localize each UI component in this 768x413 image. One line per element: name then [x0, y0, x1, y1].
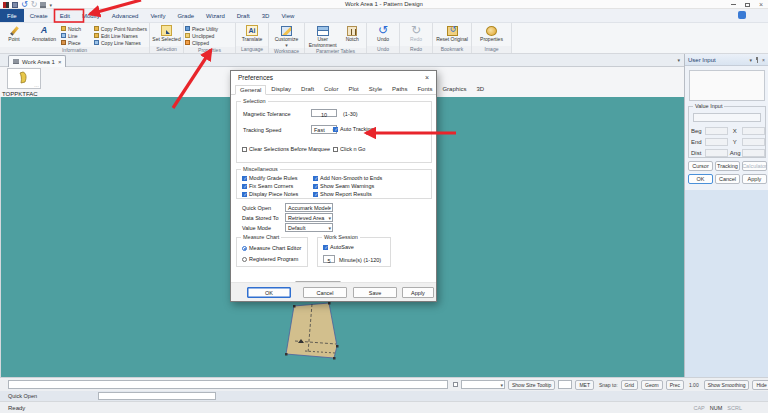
dialog-save-button[interactable]: Save	[353, 287, 397, 298]
y-field[interactable]	[742, 138, 765, 146]
tab-file[interactable]: File	[0, 9, 24, 22]
geom-button[interactable]: Geom	[641, 380, 663, 390]
tab-list-dropdown-icon[interactable]	[677, 57, 680, 63]
quick-open-input[interactable]	[98, 392, 216, 400]
end-field[interactable]	[705, 138, 728, 146]
piece-thumbnail[interactable]	[7, 68, 41, 89]
click-n-go-box[interactable]	[333, 147, 338, 152]
line-button[interactable]: Line	[68, 33, 92, 39]
tab-3d[interactable]: 3D	[256, 9, 276, 22]
registered-program-radio[interactable]: Registered Program	[242, 256, 298, 262]
met-button[interactable]: MET	[575, 380, 594, 390]
maximize-icon[interactable]	[745, 3, 750, 7]
data-stored-combo[interactable]: Retrieved Area	[285, 213, 333, 222]
dtab-graphics[interactable]: Graphics	[437, 84, 471, 94]
copy-point-numbers-button[interactable]: Copy Point Numbers	[101, 26, 147, 32]
reset-original-button[interactable]: Reset Original	[434, 24, 470, 46]
panel-apply-button[interactable]: Apply	[742, 174, 767, 184]
tracking-button[interactable]: Tracking	[715, 161, 740, 171]
tab-modify[interactable]: Modify	[76, 9, 106, 22]
dialog-cancel-button[interactable]: Cancel	[303, 287, 347, 298]
tab-edit[interactable]: Edit	[54, 9, 76, 22]
tab-create[interactable]: Create	[24, 9, 54, 22]
piece-button[interactable]: Piece	[68, 40, 92, 46]
show-smoothing-button[interactable]: Show Smoothing	[704, 380, 750, 390]
autosave-minutes-input[interactable]: 5	[323, 255, 335, 263]
panel-pin-icon[interactable]	[755, 57, 759, 63]
dialog-close-icon[interactable]	[425, 74, 429, 81]
show-seam-warnings-checkbox[interactable]: Show Seam Warnings	[313, 183, 374, 189]
tab-wizard[interactable]: Wizard	[200, 9, 231, 22]
show-report-results-checkbox[interactable]: Show Report Results	[313, 191, 372, 197]
display-piece-notes-checkbox[interactable]: Display Piece Notes	[242, 191, 298, 197]
cursor-button[interactable]: Cursor	[688, 161, 713, 171]
show-size-tooltip-button[interactable]: Show Size Tooltip	[508, 380, 555, 390]
piece-utility-button[interactable]: Piece Utility	[192, 26, 218, 32]
dtab-paths[interactable]: Paths	[387, 84, 412, 94]
tab-work-area-1[interactable]: Work Area 1	[8, 55, 66, 67]
toolbar-field[interactable]	[558, 380, 572, 389]
dist-field[interactable]	[705, 149, 728, 157]
magnetic-tolerance-input[interactable]: 10	[311, 109, 337, 117]
auto-tracking-box[interactable]	[333, 127, 338, 132]
add-non-smooth-checkbox[interactable]: Add Non-Smooth to Ends	[313, 175, 382, 181]
minimize-icon[interactable]	[731, 4, 736, 5]
tab-view[interactable]: View	[275, 9, 300, 22]
click-n-go-checkbox[interactable]: Click n Go	[333, 146, 365, 152]
beg-field[interactable]	[705, 127, 728, 135]
set-selected-button[interactable]: Set Selected	[151, 24, 182, 46]
undo-button[interactable]: Undo	[368, 24, 398, 46]
fix-seam-corners-checkbox[interactable]: Fix Seam Corners	[242, 183, 293, 189]
value-input-field[interactable]	[693, 113, 761, 122]
prec-button[interactable]: Prec	[666, 380, 684, 390]
toolbar-checkbox[interactable]	[453, 382, 458, 387]
point-button[interactable]: Point	[1, 24, 27, 47]
user-input-list[interactable]	[689, 70, 765, 101]
panel-ok-button[interactable]: OK	[688, 174, 713, 184]
dtab-color[interactable]: Color	[319, 84, 343, 94]
ribbon-options-icon[interactable]	[738, 11, 746, 19]
tab-advanced[interactable]: Advanced	[106, 9, 145, 22]
measure-chart-editor-radio[interactable]: Measure Chart Editor	[242, 245, 301, 251]
notch-table-button[interactable]: Notch	[339, 24, 365, 48]
dtab-fonts[interactable]: Fonts	[412, 84, 437, 94]
panel-dropdown-icon[interactable]	[750, 57, 753, 63]
tab-close-icon[interactable]	[58, 59, 62, 65]
panel-close-icon[interactable]	[762, 57, 765, 63]
qat-dropdown-icon[interactable]	[49, 2, 52, 8]
dtab-display[interactable]: Display	[266, 84, 296, 94]
dtab-general[interactable]: General	[235, 85, 266, 95]
customize-button[interactable]: Customize	[270, 24, 303, 48]
clear-selections-box[interactable]	[242, 147, 247, 152]
hide-seams-button[interactable]: Hide Seams	[752, 380, 768, 390]
annotation-button[interactable]: Annotation	[27, 24, 61, 47]
unclipped-button[interactable]: Unclipped	[192, 33, 214, 39]
dtab-draft[interactable]: Draft	[296, 84, 319, 94]
user-environment-button[interactable]: User Environment	[306, 24, 339, 48]
grid-button[interactable]: Grid	[621, 380, 638, 390]
dialog-ok-button[interactable]: OK	[247, 287, 291, 298]
auto-tracking-checkbox[interactable]: Auto Tracking	[333, 126, 374, 132]
clipped-button[interactable]: Clipped	[192, 40, 209, 46]
tab-grade[interactable]: Grade	[171, 9, 200, 22]
tab-verify[interactable]: Verify	[144, 9, 171, 22]
undo-icon[interactable]	[21, 2, 28, 8]
ang-field[interactable]	[742, 149, 765, 157]
dtab-style[interactable]: Style	[364, 84, 387, 94]
dtab-plot[interactable]: Plot	[343, 84, 363, 94]
quick-open-combo[interactable]: Accumark Model	[285, 203, 333, 212]
clear-selections-checkbox[interactable]: Clear Selections Before Marquee	[242, 146, 330, 152]
value-mode-combo[interactable]: Default	[285, 223, 333, 232]
print-icon[interactable]	[40, 2, 46, 8]
x-field[interactable]	[742, 127, 765, 135]
edit-line-names-button[interactable]: Edit Line Names	[101, 33, 138, 39]
close-icon[interactable]	[759, 1, 763, 8]
translate-button[interactable]: Translate	[237, 24, 267, 46]
copy-line-names-button[interactable]: Copy Line Names	[101, 40, 141, 46]
panel-cancel-button[interactable]: Cancel	[715, 174, 740, 184]
toolbar-combobox[interactable]	[461, 380, 505, 389]
dialog-apply-button[interactable]: Apply	[402, 287, 434, 298]
autosave-checkbox[interactable]: AutoSave	[323, 244, 354, 250]
modify-grade-rules-checkbox[interactable]: Modify Grade Rules	[242, 175, 298, 181]
notch-button[interactable]: Notch	[68, 26, 92, 32]
